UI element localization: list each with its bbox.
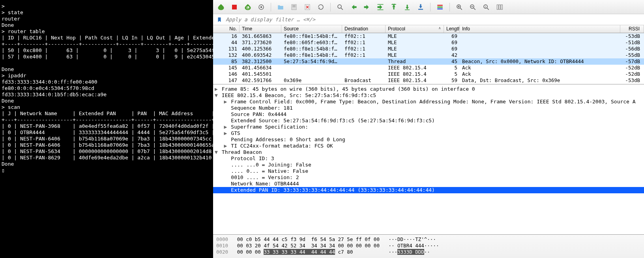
svg-line-9 [341, 8, 343, 10]
svg-rect-17 [437, 8, 443, 9]
go-last-packet-button[interactable] [402, 2, 413, 13]
close-file-button[interactable] [302, 2, 313, 13]
open-file-button[interactable] [275, 2, 286, 13]
detail-line[interactable]: .... ...0 = Joining: False [213, 162, 644, 168]
svg-rect-6 [292, 6, 296, 7]
column-header-destination[interactable]: Destination [342, 25, 386, 33]
svg-point-8 [338, 5, 341, 8]
svg-line-19 [460, 8, 462, 10]
svg-rect-13 [405, 9, 410, 10]
detail-line[interactable]: ▶ Superframe Specification: [213, 124, 644, 130]
svg-text:1: 1 [485, 5, 486, 7]
column-header-length[interactable]: Length [444, 25, 460, 33]
svg-rect-16 [437, 6, 443, 7]
restart-capture-button[interactable] [242, 2, 253, 13]
hex-row[interactable]: 0010 00 03 20 4f 54 42 52 34 34 34 34 00… [216, 243, 641, 249]
detail-line[interactable]: Network Name: OTBR4444 [213, 181, 644, 187]
svg-rect-28 [497, 5, 498, 9]
zoom-in-button[interactable] [454, 2, 465, 13]
column-header-info[interactable]: Info [460, 25, 620, 33]
toolbar-separator [330, 3, 331, 11]
svg-rect-14 [418, 9, 423, 9]
column-header-no[interactable]: No. [213, 25, 240, 33]
detail-line[interactable]: ▼ IEEE 802.15.4 Beacon, Src: 5e:27:5a:54… [213, 92, 644, 99]
svg-rect-11 [378, 9, 384, 10]
svg-line-26 [487, 8, 489, 10]
packet-row[interactable]: 131400.125366fe80::f8e1:54b8:f…ff02::1ML… [213, 46, 644, 52]
detail-line[interactable]: Extended Source: 5e:27:5a:54:f6:9d:f3:c5… [213, 118, 644, 124]
toolbar-separator [271, 3, 271, 11]
svg-rect-0 [232, 5, 237, 9]
column-header-time[interactable]: Time [240, 25, 281, 33]
detail-line[interactable]: ▶ GTS [213, 130, 644, 136]
packet-list-header[interactable]: No. Time Source Destination Protocol∧ Le… [213, 25, 644, 33]
resize-columns-button[interactable] [494, 2, 505, 13]
save-file-button[interactable] [288, 2, 300, 13]
detail-line[interactable]: ▶ Frame Control Field: 0xc000, Frame Typ… [213, 99, 644, 105]
detail-line[interactable]: Pending Addresses: 0 Short and 0 Long [213, 136, 644, 143]
colorize-button[interactable] [434, 2, 446, 13]
packet-row[interactable]: 146401.545501IEEE 802.15.45Ack-52dB [213, 71, 644, 77]
go-first-packet-button[interactable] [388, 2, 399, 13]
bookmark-icon[interactable] [215, 16, 223, 24]
column-header-source[interactable]: Source [281, 25, 342, 33]
zoom-reset-button[interactable]: 1 [481, 2, 492, 13]
column-header-protocol[interactable]: Protocol∧ [386, 25, 444, 33]
hex-row[interactable]: 0020 00 00 00 33 33 33 33 44 44 44 44 c7… [216, 249, 641, 255]
detail-line[interactable]: Source PAN: 0x4444 [213, 111, 644, 118]
packet-row[interactable]: 145401.456634IEEE 802.15.45Ack-52dB [213, 65, 644, 71]
hex-row[interactable]: 0000 00 c0 b5 44 44 c5 f3 9d f6 54 5a 27… [216, 236, 641, 243]
svg-line-23 [474, 8, 476, 10]
detail-line[interactable]: Extended PAN ID: 33:33:33:33:44:44:44:44… [213, 187, 644, 193]
detail-line[interactable]: Sequence Number: 181 [213, 105, 644, 111]
svg-rect-15 [437, 5, 443, 6]
packet-details-pane[interactable]: ▶ Frame 85: 45 bytes on wire (360 bits),… [213, 84, 644, 234]
stop-capture-button[interactable] [229, 2, 240, 13]
svg-rect-10 [378, 4, 384, 5]
packet-row[interactable]: 85382.3125005e:27:5a:54:f6:9d…Thread45Be… [213, 58, 644, 65]
go-back-button[interactable] [348, 2, 359, 13]
jump-to-packet-button[interactable] [375, 2, 386, 13]
reload-button[interactable] [315, 2, 326, 13]
zoom-out-button[interactable] [467, 2, 478, 13]
packet-list-pane[interactable]: No. Time Source Destination Protocol∧ Le… [213, 25, 644, 84]
packet-row[interactable]: 16361.665863fe80::f8e1:54b8:f…ff02::1MLE… [213, 33, 644, 39]
toolbar: 1 [213, 0, 644, 14]
toolbar-separator [430, 3, 431, 11]
svg-point-3 [260, 6, 262, 8]
display-filter-bar [213, 14, 644, 25]
svg-rect-12 [391, 4, 396, 5]
detail-line[interactable]: ▶ TI CC24xx-format metadata: FCS OK [213, 143, 644, 149]
packet-bytes-pane[interactable]: 0000 00 c0 b5 44 44 c5 f3 9d f6 54 5a 27… [213, 234, 644, 258]
wireshark-window: 1 No. Time Source Destination Protocol∧ … [213, 0, 644, 258]
column-header-rssi[interactable]: RSSI [620, 25, 644, 33]
detail-line[interactable]: 0010 .... = Version: 2 [213, 174, 644, 181]
svg-rect-5 [292, 5, 296, 6]
detail-line[interactable]: .... 0... = Native: False [213, 168, 644, 174]
auto-scroll-button[interactable] [415, 2, 426, 13]
go-forward-button[interactable] [361, 2, 373, 13]
toolbar-separator [449, 3, 450, 11]
detail-line[interactable]: ▶ Frame 85: 45 bytes on wire (360 bits),… [213, 86, 644, 92]
start-capture-button[interactable] [215, 2, 227, 13]
svg-rect-30 [501, 5, 503, 9]
svg-rect-29 [499, 5, 501, 9]
packet-row[interactable]: 132400.693542fe80::f8e1:54b8:f…ff02::1ML… [213, 52, 644, 58]
find-packet-button[interactable] [335, 2, 346, 13]
terminal-pane[interactable]: > > state router Done > router table | I… [0, 0, 213, 258]
detail-line[interactable]: Protocol ID: 3 [213, 155, 644, 162]
capture-options-button[interactable] [256, 2, 267, 13]
display-filter-input[interactable] [225, 16, 642, 23]
packet-row[interactable]: 147402.5917660x369eBroadcastIEEE 802.15.… [213, 77, 644, 84]
packet-row[interactable]: 44371.273620fe80::605f:e603:f…ff02::1MLE… [213, 39, 644, 46]
detail-line[interactable]: ▼ Thread Beacon [213, 149, 644, 155]
